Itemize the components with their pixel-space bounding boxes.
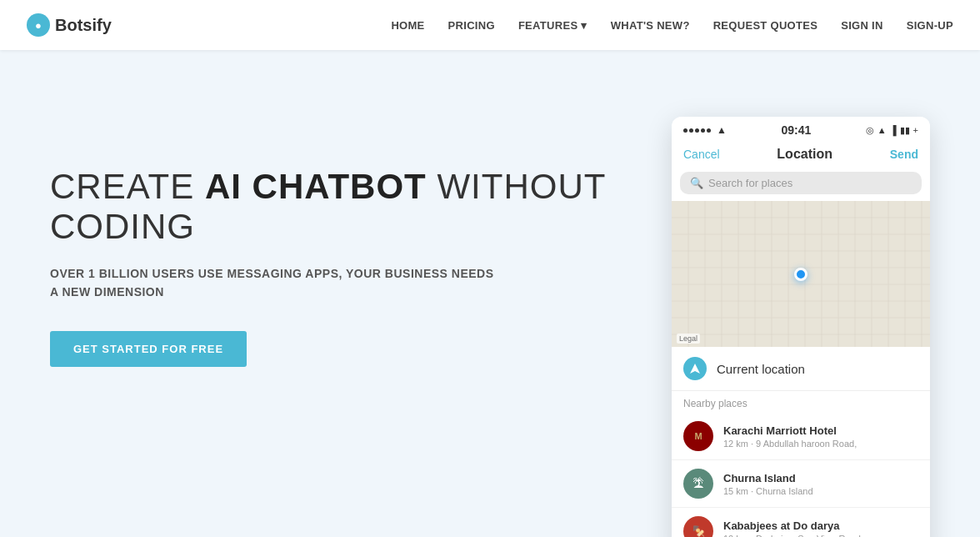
cta-button[interactable]: GET STARTED FOR FREE [50,331,247,367]
nav-link-sign-in[interactable]: SIGN IN [841,19,883,32]
charging-icon: + [913,125,918,135]
place-info-kababjees: Kababjees at Do darya 10 km · Dodariya, … [723,519,918,538]
nav-links: HOME PRICING FEATURES ▾ WHAT'S NEW? REQU… [391,18,953,33]
map-location-dot [794,268,808,281]
place-icon-marriott: M [683,421,713,451]
place-name-marriott: Karachi Marriott Hotel [723,424,918,437]
location-header: Cancel Location Send [672,140,930,172]
hero-title-bold: AI CHATBOT [205,167,427,206]
hero-title: CREATE AI CHATBOT WITHOUT CODING [50,167,638,248]
status-left: ▲ [683,124,727,136]
place-name-kababjees: Kababjees at Do darya [723,519,918,532]
main-content: CREATE AI CHATBOT WITHOUT CODING OVER 1 … [0,50,980,537]
place-info-marriott: Karachi Marriott Hotel 12 km · 9 Abdulla… [723,424,918,449]
send-button[interactable]: Send [890,148,918,161]
nav-link-home[interactable]: HOME [391,19,424,32]
nav-item-home[interactable]: HOME [391,18,424,33]
nav-link-request-quotes[interactable]: REQUEST QUOTES [713,19,818,32]
search-placeholder-text: Search for places [708,177,792,189]
place-detail-kababjees: 10 km · Dodariya, Sea View Road [723,534,918,538]
nav-item-request-quotes[interactable]: REQUEST QUOTES [713,18,818,33]
map-legal-text: Legal [677,334,700,344]
place-item-churna[interactable]: 🏝 Churna Island 15 km · Churna Island [672,460,930,508]
signal-bars-icon: ▐ [890,125,897,135]
current-location-row[interactable]: Current location [672,347,930,391]
search-icon: 🔍 [690,177,703,189]
hero-title-prefix: CREATE [50,167,205,206]
place-icon-churna: 🏝 [683,469,713,499]
cancel-button[interactable]: Cancel [683,148,720,161]
svg-marker-24 [690,364,700,374]
nav-link-whats-new[interactable]: WHAT'S NEW? [611,19,690,32]
navbar: ● Botsify HOME PRICING FEATURES ▾ WHAT'S… [0,0,980,50]
hero-subtitle: OVER 1 BILLION USERS USE MESSAGING APPS,… [50,264,500,302]
gps-icon: ▲ [878,125,887,135]
location-title: Location [777,147,832,162]
wifi-icon: ▲ [717,124,727,136]
nav-link-pricing[interactable]: PRICING [448,19,495,32]
chevron-down-icon: ▾ [581,19,587,32]
signal-icon [683,128,711,133]
place-info-churna: Churna Island 15 km · Churna Island [723,472,918,496]
location-icon: ◎ [866,125,874,136]
logo[interactable]: ● Botsify [27,13,112,37]
place-item-marriott[interactable]: M Karachi Marriott Hotel 12 km · 9 Abdul… [672,413,930,460]
nav-link-sign-up[interactable]: SIGN-UP [907,19,953,32]
logo-icon: ● [27,13,50,37]
nav-item-sign-up[interactable]: SIGN-UP [907,18,953,33]
status-time: 09:41 [781,123,811,137]
place-detail-churna: 15 km · Churna Island [723,486,918,496]
phone-mockup: ▲ 09:41 ◎ ▲ ▐ ▮▮ + Cancel Location Send … [672,117,930,537]
current-location-label: Current location [717,362,805,376]
status-bar: ▲ 09:41 ◎ ▲ ▐ ▮▮ + [672,117,930,140]
nav-item-features[interactable]: FEATURES ▾ [518,19,588,32]
status-right: ◎ ▲ ▐ ▮▮ + [866,125,918,136]
nav-item-whats-new[interactable]: WHAT'S NEW? [611,18,690,33]
map-area[interactable]: Legal [672,201,930,347]
nearby-section: Nearby places M Karachi Marriott Hotel 1… [672,391,930,537]
nav-link-features[interactable]: FEATURES ▾ [518,19,588,32]
search-bar[interactable]: 🔍 Search for places [680,172,922,194]
nav-item-pricing[interactable]: PRICING [448,18,495,33]
place-icon-kababjees: 🍢 [683,516,713,537]
current-location-icon [683,357,707,380]
place-name-churna: Churna Island [723,472,918,484]
place-detail-marriott: 12 km · 9 Abdullah haroon Road, [723,439,918,449]
hero-section: CREATE AI CHATBOT WITHOUT CODING OVER 1 … [50,117,638,367]
battery-icon: ▮▮ [900,125,910,136]
nearby-header: Nearby places [672,391,930,413]
nav-item-sign-in[interactable]: SIGN IN [841,18,883,33]
logo-text: Botsify [55,16,112,35]
place-item-kababjees[interactable]: 🍢 Kababjees at Do darya 10 km · Dodariya… [672,508,930,537]
